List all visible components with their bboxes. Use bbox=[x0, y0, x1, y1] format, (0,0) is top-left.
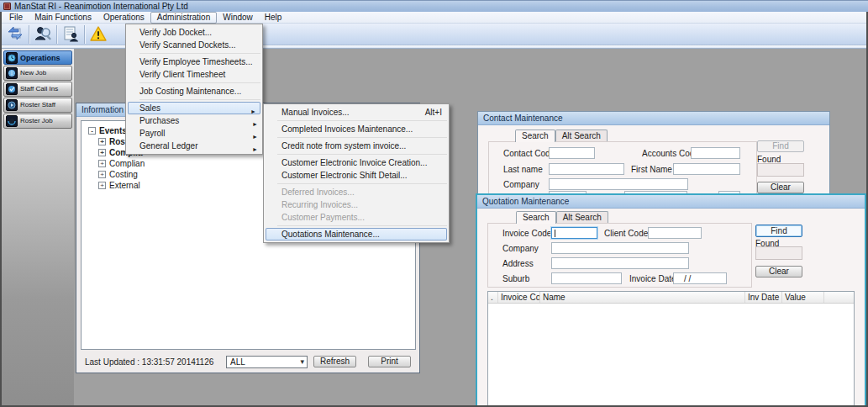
tab-alt-search[interactable]: Alt Search bbox=[556, 211, 608, 223]
menu-item-recurring-invoices: Recurring Invoices... bbox=[264, 198, 449, 211]
clear-button[interactable]: Clear bbox=[755, 266, 802, 278]
docket-person-icon bbox=[61, 24, 80, 45]
toolbar-separator bbox=[56, 25, 57, 44]
sidebar-button-roster-job[interactable]: Roster Job bbox=[3, 114, 72, 129]
ring-globe-icon bbox=[6, 115, 18, 127]
tree-expand-icon[interactable]: + bbox=[98, 160, 106, 167]
menu-file[interactable]: File bbox=[3, 12, 29, 23]
menu-item-purchases[interactable]: Purchases bbox=[126, 114, 262, 127]
column-header-blank bbox=[824, 292, 854, 303]
sync-icon bbox=[6, 24, 24, 45]
first-name-label: First Name bbox=[631, 165, 672, 174]
sidebar-button-label: Roster Staff bbox=[20, 102, 69, 108]
docket-button[interactable] bbox=[59, 24, 82, 45]
menu-item-quotations-maintenance[interactable]: Quotations Maintenance... bbox=[266, 228, 447, 240]
menu-item-verify-employee-timesheets[interactable]: Verify Employee Timesheets... bbox=[126, 56, 262, 68]
menu-separator bbox=[277, 225, 447, 226]
invoice-code-input[interactable] bbox=[551, 227, 597, 239]
menu-item-sales[interactable]: Sales bbox=[128, 102, 260, 114]
menu-window[interactable]: Window bbox=[217, 12, 259, 23]
tree-node-label: Complian bbox=[109, 159, 145, 168]
tree-expand-icon[interactable]: + bbox=[98, 182, 106, 189]
company-input[interactable] bbox=[551, 242, 689, 254]
address-input[interactable] bbox=[551, 257, 689, 269]
company-input[interactable] bbox=[549, 178, 688, 190]
warning-icon bbox=[89, 24, 108, 45]
tree-expand-icon[interactable]: + bbox=[98, 138, 106, 145]
menu-item-job-costing-maintenance[interactable]: Job Costing Maintenance... bbox=[126, 85, 262, 98]
found-count-field bbox=[755, 246, 802, 260]
column-header-value[interactable]: Value bbox=[782, 292, 824, 303]
events-filter-select[interactable]: ALL bbox=[226, 356, 308, 368]
tab-alt-search[interactable]: Alt Search bbox=[555, 130, 608, 141]
client-code-input[interactable] bbox=[648, 227, 702, 239]
first-name-input[interactable] bbox=[673, 163, 740, 175]
menu-item-verify-job-docket[interactable]: Verify Job Docket... bbox=[126, 26, 262, 39]
accounts-code-input[interactable] bbox=[691, 147, 740, 159]
contact-code-label: Contact Code bbox=[503, 149, 555, 158]
alerts-button[interactable] bbox=[87, 24, 110, 45]
menu-item-customer-electronic-invoice-creation[interactable]: Customer Electronic Invoice Creation... bbox=[264, 156, 449, 169]
last-name-input[interactable] bbox=[549, 163, 624, 175]
menu-item-manual-invoices[interactable]: Manual Invoices... Alt+I bbox=[264, 106, 449, 119]
find-button[interactable]: Find bbox=[757, 140, 804, 152]
menu-item-verify-client-timesheet[interactable]: Verify Client Timesheet bbox=[126, 68, 262, 81]
print-button[interactable]: Print bbox=[368, 356, 411, 367]
play-circle-icon bbox=[6, 99, 18, 111]
menu-item-general-ledger[interactable]: General Ledger bbox=[126, 140, 262, 152]
clear-button[interactable]: Clear bbox=[757, 182, 804, 193]
refresh-button[interactable]: Refresh bbox=[313, 356, 356, 367]
menu-item-customer-electronic-shift-detail[interactable]: Customer Electronic Shift Detail... bbox=[264, 169, 449, 182]
found-count-field bbox=[757, 163, 804, 177]
menu-separator bbox=[277, 183, 447, 184]
contact-code-input[interactable] bbox=[549, 147, 595, 159]
contact-maintenance-title: Contact Maintenance bbox=[483, 114, 563, 123]
globe-icon bbox=[6, 67, 18, 79]
tree-collapse-icon[interactable]: - bbox=[88, 127, 96, 135]
last-name-label: Last name bbox=[503, 165, 543, 174]
sidebar-group-label: Operations bbox=[20, 54, 60, 62]
invoice-date-input[interactable]: / / bbox=[673, 272, 727, 284]
quotation-maintenance-titlebar[interactable]: Quotation Maintenance bbox=[477, 195, 865, 209]
company-label: Company bbox=[503, 180, 539, 189]
sidebar-button-roster-staff[interactable]: Roster Staff bbox=[3, 98, 72, 113]
sync-dockets-button[interactable] bbox=[3, 24, 27, 45]
tab-search[interactable]: Search bbox=[515, 130, 555, 142]
menu-separator bbox=[139, 82, 260, 83]
sidebar-button-staff-call-ins[interactable]: Staff Call Ins bbox=[3, 82, 72, 97]
menu-item-payroll[interactable]: Payroll bbox=[126, 127, 262, 140]
sidebar-button-new-job[interactable]: New Job bbox=[3, 66, 72, 81]
menu-administration[interactable]: Administration bbox=[150, 12, 217, 24]
suburb-input[interactable] bbox=[551, 272, 622, 284]
menu-separator bbox=[277, 137, 447, 138]
last-updated-text: Last Updated : 13:31:57 20141126 bbox=[85, 357, 213, 367]
sidebar: Operations New Job Staff Call Ins Roster… bbox=[2, 49, 74, 405]
menu-item-verify-scanned-dockets[interactable]: Verify Scanned Dockets... bbox=[126, 39, 262, 51]
column-header-name[interactable]: Name bbox=[540, 292, 745, 303]
menu-separator bbox=[277, 154, 447, 155]
column-header-invoice-code[interactable]: Invoice Co... bbox=[498, 292, 540, 303]
column-header-inv-date[interactable]: Inv Date bbox=[745, 292, 782, 303]
address-label: Address bbox=[502, 259, 534, 268]
tab-search[interactable]: Search bbox=[516, 211, 556, 224]
menu-help[interactable]: Help bbox=[259, 12, 288, 23]
menu-separator bbox=[139, 99, 260, 100]
menu-item-credit-note-from-system-invoice[interactable]: Credit note from system invoice... bbox=[264, 140, 449, 152]
menu-item-completed-invoices-maintenance[interactable]: Completed Invoices Maintenance... bbox=[264, 123, 449, 135]
tree-expand-icon[interactable]: + bbox=[98, 149, 106, 156]
menu-operations[interactable]: Operations bbox=[97, 12, 150, 23]
column-header-dot[interactable]: . bbox=[488, 292, 498, 303]
window-border-left bbox=[0, 12, 2, 407]
app-window: ManStat RI - Reanimotion International P… bbox=[0, 0, 868, 407]
find-person-button[interactable] bbox=[31, 24, 55, 45]
contact-maintenance-titlebar[interactable]: Contact Maintenance bbox=[478, 112, 829, 125]
quotation-results-table[interactable]: . Invoice Co... Name Inv Date Value bbox=[487, 291, 855, 407]
sidebar-group-operations[interactable]: Operations bbox=[3, 50, 72, 65]
menu-separator bbox=[277, 120, 447, 121]
menu-main-functions[interactable]: Main Functions bbox=[29, 12, 97, 23]
client-code-label: Client Code bbox=[604, 229, 648, 238]
find-button[interactable]: Find bbox=[755, 225, 802, 237]
window-titlebar[interactable]: ManStat RI - Reanimotion International P… bbox=[0, 0, 868, 12]
tree-expand-icon[interactable]: + bbox=[98, 171, 106, 178]
tree-node-label: Events bbox=[99, 126, 127, 135]
